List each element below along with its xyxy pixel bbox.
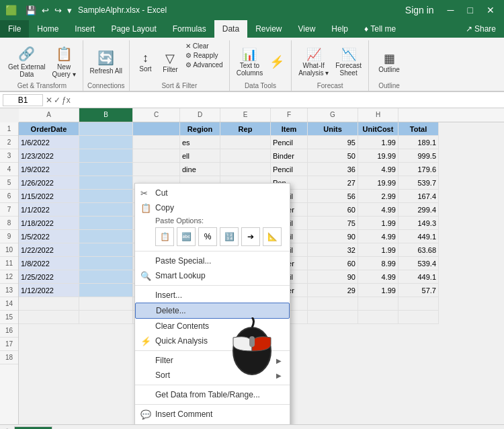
cell-f2[interactable]: Pencil bbox=[271, 136, 308, 149]
cell-g11[interactable]: 60 bbox=[308, 257, 358, 270]
cell-a15[interactable] bbox=[19, 311, 79, 324]
sort-btn[interactable]: ↕ Sort bbox=[134, 42, 157, 82]
tab-file[interactable]: File bbox=[0, 20, 29, 38]
cell-h8[interactable]: 1.99 bbox=[358, 217, 398, 230]
cell-b11[interactable] bbox=[79, 257, 133, 270]
cell-a14[interactable] bbox=[19, 297, 79, 311]
ctx-copy[interactable]: 📋 Copy bbox=[135, 200, 290, 215]
cell-d1[interactable]: Region bbox=[180, 122, 220, 136]
cell-h3[interactable]: 19.99 bbox=[358, 149, 398, 163]
tab-home[interactable]: Home bbox=[29, 20, 67, 38]
cell-g10[interactable]: 32 bbox=[308, 243, 358, 257]
cell-b13[interactable] bbox=[79, 284, 133, 297]
sheet-tab-1[interactable]: Sheet1 bbox=[14, 426, 52, 429]
ctx-smart-lookup[interactable]: 🔍 Smart Lookup bbox=[135, 268, 290, 283]
close-btn[interactable]: ✕ bbox=[482, 3, 499, 17]
refresh-all-btn[interactable]: 🔄 Refresh All bbox=[87, 42, 125, 82]
ctx-get-data[interactable]: Get Data from Table/Range... bbox=[135, 387, 290, 402]
cell-i6[interactable]: 167.4 bbox=[398, 190, 439, 203]
cell-c3[interactable] bbox=[133, 149, 180, 163]
cell-a9[interactable]: 1/5/2022 bbox=[19, 230, 79, 243]
cell-g6[interactable]: 56 bbox=[308, 190, 358, 203]
cell-c1[interactable] bbox=[133, 122, 180, 136]
cell-h15[interactable] bbox=[358, 311, 398, 324]
cell-a5[interactable]: 1/26/2022 bbox=[19, 176, 79, 190]
cell-b2[interactable] bbox=[79, 136, 133, 149]
new-query-btn[interactable]: 📋 NewQuery ▾ bbox=[50, 42, 79, 82]
cell-g9[interactable]: 90 bbox=[308, 230, 358, 243]
cell-h10[interactable]: 1.99 bbox=[358, 243, 398, 257]
ctx-filter[interactable]: Filter ▶ bbox=[135, 353, 290, 368]
cell-b15[interactable] bbox=[79, 311, 133, 324]
maximize-btn[interactable]: □ bbox=[464, 3, 477, 17]
cell-g8[interactable]: 75 bbox=[308, 217, 358, 230]
cell-h2[interactable]: 1.99 bbox=[358, 136, 398, 149]
cell-b5[interactable] bbox=[79, 176, 133, 190]
ctx-delete[interactable]: Delete... bbox=[135, 303, 290, 319]
cell-h7[interactable]: 4.99 bbox=[358, 203, 398, 217]
cell-a6[interactable]: 1/15/2022 bbox=[19, 190, 79, 203]
cell-g13[interactable]: 29 bbox=[308, 284, 358, 297]
tab-review[interactable]: Review bbox=[247, 20, 290, 38]
cell-g14[interactable] bbox=[308, 297, 358, 311]
cell-c2[interactable] bbox=[133, 136, 180, 149]
cell-a8[interactable]: 1/18/2022 bbox=[19, 217, 79, 230]
cell-g15[interactable] bbox=[308, 311, 358, 324]
cell-g7[interactable]: 60 bbox=[308, 203, 358, 217]
flash-fill-btn[interactable]: ⚡ bbox=[267, 42, 287, 82]
add-sheet-btn[interactable]: ⊕ bbox=[0, 426, 14, 429]
cell-a7[interactable]: 1/1/2022 bbox=[19, 203, 79, 217]
cell-h14[interactable] bbox=[358, 297, 398, 311]
cell-h5[interactable]: 19.99 bbox=[358, 176, 398, 190]
ctx-paste-special[interactable]: Paste Special... bbox=[135, 254, 290, 268]
ctx-sort[interactable]: Sort ▶ bbox=[135, 368, 290, 383]
paste-btn-2[interactable]: 🔤 bbox=[177, 227, 196, 246]
tab-page-layout[interactable]: Page Layout bbox=[103, 20, 164, 38]
cell-b4[interactable] bbox=[79, 163, 133, 176]
ctx-quick-analysis[interactable]: ⚡ Quick Analysis bbox=[135, 334, 290, 348]
tab-formulas[interactable]: Formulas bbox=[165, 20, 214, 38]
paste-btn-6[interactable]: 📐 bbox=[263, 227, 282, 246]
tab-insert[interactable]: Insert bbox=[67, 20, 103, 38]
cell-i12[interactable]: 449.1 bbox=[398, 270, 439, 284]
cell-i13[interactable]: 57.7 bbox=[398, 284, 439, 297]
cell-f4[interactable]: Pencil bbox=[271, 163, 308, 176]
cell-g2[interactable]: 95 bbox=[308, 136, 358, 149]
cell-a11[interactable]: 1/8/2022 bbox=[19, 257, 79, 270]
ctx-insert[interactable]: Insert... bbox=[135, 288, 290, 303]
cell-e4[interactable] bbox=[220, 163, 271, 176]
cell-i5[interactable]: 539.7 bbox=[398, 176, 439, 190]
cell-a13[interactable]: 1/12/2022 bbox=[19, 284, 79, 297]
cell-d3[interactable]: ell bbox=[180, 149, 220, 163]
tab-view[interactable]: View bbox=[290, 20, 324, 38]
save-quick-btn[interactable]: 💾 bbox=[24, 4, 38, 17]
cell-i7[interactable]: 299.4 bbox=[398, 203, 439, 217]
cell-g4[interactable]: 36 bbox=[308, 163, 358, 176]
cell-a3[interactable]: 1/23/2022 bbox=[19, 149, 79, 163]
cell-i11[interactable]: 539.4 bbox=[398, 257, 439, 270]
cell-f3[interactable]: Binder bbox=[271, 149, 308, 163]
cell-b1[interactable] bbox=[79, 122, 133, 136]
text-to-columns-btn[interactable]: 📊 Text toColumns bbox=[234, 42, 265, 82]
paste-btn-5[interactable]: ➔ bbox=[241, 227, 260, 246]
cell-h13[interactable]: 1.99 bbox=[358, 284, 398, 297]
cell-a1[interactable]: OrderDate bbox=[19, 122, 79, 136]
tab-data[interactable]: Data bbox=[214, 20, 247, 38]
cell-b3[interactable] bbox=[79, 149, 133, 163]
cell-c4[interactable] bbox=[133, 163, 180, 176]
cell-e3[interactable] bbox=[220, 149, 271, 163]
cell-h12[interactable]: 4.99 bbox=[358, 270, 398, 284]
what-if-analysis-btn[interactable]: 📈 What-IfAnalysis ▾ bbox=[296, 42, 331, 82]
outline-btn[interactable]: ▦ Outline bbox=[376, 42, 403, 82]
cell-a2[interactable]: 1/6/2022 bbox=[19, 136, 79, 149]
cell-e1[interactable]: Rep bbox=[220, 122, 271, 136]
cell-i15[interactable] bbox=[398, 311, 439, 324]
minimize-btn[interactable]: ─ bbox=[444, 3, 458, 17]
cell-h6[interactable]: 2.99 bbox=[358, 190, 398, 203]
cell-h9[interactable]: 4.99 bbox=[358, 230, 398, 243]
advanced-btn[interactable]: ⚙ Advanced bbox=[183, 61, 225, 69]
cell-a4[interactable]: 1/9/2022 bbox=[19, 163, 79, 176]
forecast-sheet-btn[interactable]: 📉 ForecastSheet bbox=[333, 42, 364, 82]
cell-h4[interactable]: 4.99 bbox=[358, 163, 398, 176]
cell-i4[interactable]: 179.6 bbox=[398, 163, 439, 176]
